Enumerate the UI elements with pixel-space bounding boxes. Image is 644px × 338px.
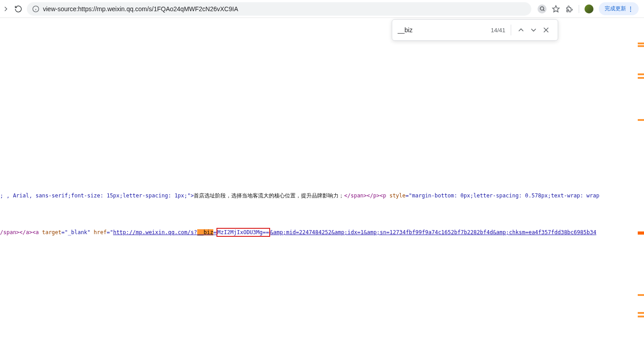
- scroll-marker: [638, 77, 644, 79]
- url-text: view-source:https://mp.weixin.qq.com/s/1…: [43, 5, 238, 13]
- svg-point-3: [540, 7, 544, 10]
- find-in-page-bar: 14/41: [392, 19, 558, 41]
- forward-button[interactable]: [2, 5, 10, 13]
- update-label: 完成更新: [605, 5, 626, 13]
- search-indicator-icon[interactable]: [538, 4, 547, 13]
- menu-icon[interactable]: ⋮: [628, 6, 633, 12]
- toolbar-actions: 完成更新 ⋮: [536, 2, 640, 15]
- search-match: __biz: [197, 229, 213, 235]
- scroll-marker: [638, 119, 644, 121]
- browser-toolbar: view-source:https://mp.weixin.qq.com/s/1…: [0, 0, 644, 18]
- find-close-button[interactable]: [540, 24, 552, 36]
- svg-marker-5: [553, 5, 559, 12]
- scroll-marker: [638, 45, 644, 47]
- find-prev-button[interactable]: [515, 24, 527, 36]
- find-count: 14/41: [491, 27, 505, 34]
- highlighted-box: MzI2MjIxODU3Mg==: [216, 228, 270, 237]
- href-link[interactable]: http://mp.weixin.qq.com/s?__biz=MzI2MjIx…: [113, 229, 596, 235]
- extensions-icon[interactable]: [565, 5, 573, 13]
- address-bar[interactable]: view-source:https://mp.weixin.qq.com/s/1…: [27, 2, 531, 16]
- source-line: /span></a><a target="_blank" href="http:…: [0, 228, 596, 237]
- find-separator: [511, 25, 511, 35]
- scroll-marker: [638, 43, 644, 44]
- toolbar-divider: [579, 5, 579, 13]
- scrollbar-markers: [638, 21, 644, 338]
- source-line: ; , Arial, sans-serif;font-size: 15px;le…: [0, 192, 599, 199]
- bookmark-icon[interactable]: [552, 5, 560, 13]
- update-button[interactable]: 完成更新 ⋮: [599, 2, 639, 15]
- scroll-marker: [638, 73, 644, 75]
- scroll-marker: [638, 294, 644, 296]
- scroll-marker: [638, 231, 644, 235]
- reload-button[interactable]: [14, 5, 22, 13]
- find-input[interactable]: [398, 26, 491, 34]
- svg-line-4: [543, 10, 544, 11]
- source-view: ; , Arial, sans-serif;font-size: 15px;le…: [0, 21, 644, 338]
- profile-avatar[interactable]: [585, 4, 593, 13]
- scroll-marker: [638, 312, 644, 314]
- find-next-button[interactable]: [527, 24, 540, 36]
- site-info-icon[interactable]: [32, 5, 39, 13]
- scroll-marker: [638, 316, 644, 317]
